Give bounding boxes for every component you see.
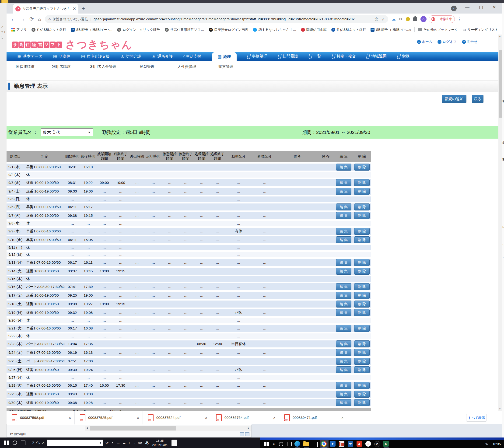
remote-clock[interactable]: 16:35 2021/10/05 (152, 439, 167, 447)
edit-button[interactable]: 編 集 (336, 188, 351, 195)
data-cell[interactable]: … (129, 259, 145, 268)
data-cell[interactable]: … (112, 203, 129, 212)
data-cell[interactable]: … (178, 340, 194, 349)
data-cell[interactable]: … (112, 292, 129, 301)
top-link-問合せ[interactable]: ？問合せ (462, 40, 477, 44)
ime-indicator[interactable]: あ (145, 440, 149, 445)
edit-button[interactable]: 編 集 (336, 340, 351, 347)
data-cell[interactable]: … (112, 252, 129, 259)
delete-button[interactable]: 削 除 (354, 366, 370, 373)
download-item[interactable]: 000839471.pdf∧ (279, 411, 347, 424)
forward-icon[interactable]: → (20, 16, 25, 22)
data-cell[interactable]: … (96, 188, 112, 197)
data-cell[interactable]: … (64, 252, 80, 259)
data-cell[interactable]: … (129, 268, 145, 276)
add-new-button[interactable]: 新規の追加 (442, 95, 467, 103)
data-cell[interactable]: … (225, 197, 252, 203)
data-cell[interactable]: … (112, 245, 129, 252)
data-cell[interactable]: … (64, 228, 80, 236)
data-cell[interactable]: … (178, 292, 194, 301)
data-cell[interactable]: … (162, 203, 178, 212)
download-item[interactable]: 000837598.pdf∧ (6, 411, 75, 424)
data-cell[interactable]: … (225, 221, 252, 228)
data-cell[interactable]: … (194, 292, 210, 301)
data-cell[interactable]: … (210, 399, 225, 408)
data-cell[interactable]: … (112, 325, 129, 333)
data-cell[interactable]: … (162, 283, 178, 292)
data-cell[interactable]: … (145, 366, 162, 375)
data-cell[interactable]: … (64, 276, 80, 283)
data-cell[interactable]: … (178, 366, 194, 375)
data-cell[interactable]: … (145, 391, 162, 399)
bookmark-star-icon[interactable]: ☆ (381, 17, 385, 22)
data-cell[interactable]: … (80, 228, 96, 236)
data-cell[interactable]: … (252, 188, 278, 197)
data-cell[interactable]: … (129, 179, 145, 188)
nav-tab-基本データ[interactable]: ▦基本データ (17, 54, 42, 59)
data-cell[interactable]: … (145, 349, 162, 358)
data-cell[interactable]: … (162, 325, 178, 333)
edit-button[interactable]: 編 集 (336, 349, 351, 356)
edit-button[interactable]: 編 集 (336, 203, 351, 211)
data-cell[interactable]: … (210, 228, 225, 236)
delete-button[interactable]: 削 除 (354, 340, 370, 347)
edit-button[interactable]: 編 集 (336, 179, 351, 186)
address-toolbar-input[interactable]: ▼ (47, 440, 103, 446)
delete-button[interactable]: 削 除 (354, 259, 370, 266)
nav-tab-訪問看護[interactable]: 訪問看護 (278, 54, 298, 59)
tray-cloud-icon[interactable]: ☁ (122, 441, 126, 445)
data-cell[interactable]: … (64, 197, 80, 203)
data-cell[interactable]: … (112, 399, 129, 408)
data-cell[interactable]: … (64, 375, 80, 382)
data-cell[interactable]: … (225, 259, 252, 268)
cortana-icon[interactable] (279, 442, 283, 446)
data-cell[interactable]: … (178, 236, 194, 245)
data-cell[interactable]: … (162, 188, 178, 197)
delete-button[interactable]: 削 除 (354, 292, 370, 299)
data-cell[interactable]: … (80, 245, 96, 252)
edit-button[interactable]: 編 集 (336, 391, 351, 398)
data-cell[interactable]: … (112, 375, 129, 382)
data-cell[interactable]: … (225, 179, 252, 188)
data-cell[interactable]: … (210, 188, 225, 197)
data-cell[interactable]: … (225, 333, 252, 340)
data-cell[interactable]: … (145, 179, 162, 188)
nav-tab-訪問介護[interactable]: ♙訪問介護 (120, 54, 141, 59)
data-cell[interactable]: … (162, 292, 178, 301)
bookmark-item[interactable]: アプリ (11, 28, 27, 32)
data-cell[interactable]: … (194, 309, 210, 318)
task-view-icon[interactable] (21, 441, 25, 445)
host-clock[interactable]: 16:35 (493, 442, 501, 446)
data-cell[interactable]: … (112, 283, 129, 292)
data-cell[interactable]: … (80, 252, 96, 259)
data-cell[interactable]: … (145, 236, 162, 245)
data-cell[interactable]: … (210, 283, 225, 292)
delete-button[interactable]: 削 除 (354, 283, 370, 290)
data-cell[interactable]: … (210, 309, 225, 318)
bookmark-item[interactable]: 岡崎信用金庫 (301, 28, 327, 32)
yellow-extension-icon[interactable] (406, 17, 410, 21)
data-cell[interactable]: … (252, 349, 278, 358)
data-cell[interactable]: … (145, 292, 162, 301)
edit-button[interactable]: 編 集 (336, 268, 351, 275)
data-cell[interactable]: … (178, 163, 194, 172)
data-cell[interactable]: … (225, 382, 252, 391)
data-cell[interactable]: … (145, 325, 162, 333)
edge-icon[interactable] (294, 441, 301, 447)
delete-button[interactable]: 削 除 (354, 163, 370, 171)
data-cell[interactable]: … (162, 349, 178, 358)
data-cell[interactable]: … (129, 292, 145, 301)
data-cell[interactable]: … (210, 301, 225, 309)
cloud-extension-icon[interactable]: ☁ (392, 17, 396, 22)
data-cell[interactable]: … (129, 382, 145, 391)
pen-input-icon[interactable]: ✎ (485, 442, 488, 446)
data-cell[interactable]: … (80, 276, 96, 283)
scroll-right-icon[interactable]: ► (247, 427, 250, 429)
data-cell[interactable]: … (194, 391, 210, 399)
task-view-icon[interactable] (287, 442, 292, 446)
data-cell[interactable]: … (225, 325, 252, 333)
translate-icon[interactable]: 文 (375, 17, 378, 22)
data-cell[interactable]: … (178, 382, 194, 391)
data-cell[interactable]: … (194, 259, 210, 268)
back-icon[interactable]: ← (11, 16, 16, 22)
